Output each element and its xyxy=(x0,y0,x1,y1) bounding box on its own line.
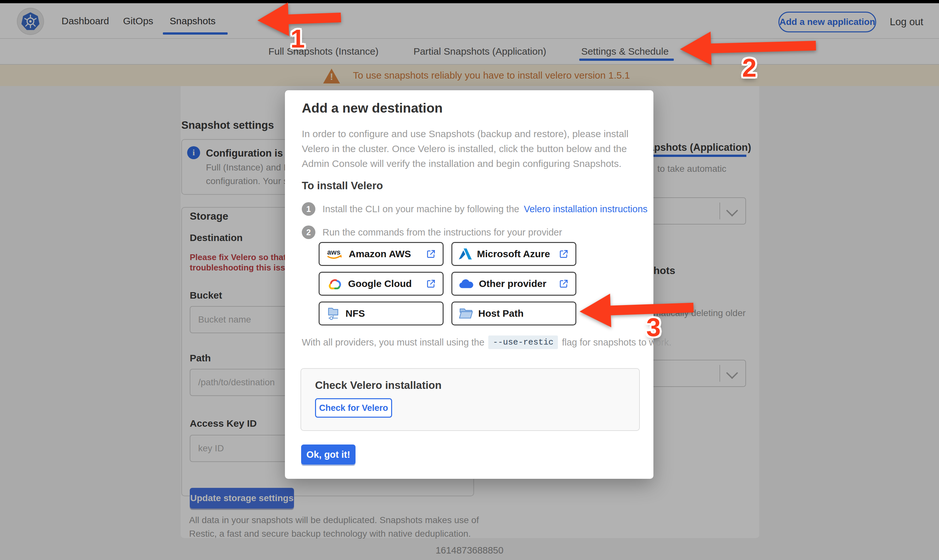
arrow-head xyxy=(257,3,289,37)
modal-body-text: In order to configure and use Snapshots … xyxy=(302,128,629,139)
add-destination-modal: Add a new destination In order to config… xyxy=(285,90,654,479)
arrow-shaft xyxy=(288,12,341,24)
folder-icon xyxy=(459,307,473,320)
provider-label: Google Cloud xyxy=(348,278,412,289)
ok-got-it-button[interactable]: Ok, got it! xyxy=(301,445,356,465)
external-link-icon xyxy=(426,278,436,289)
cloud-icon xyxy=(459,278,474,289)
modal-title: Add a new destination xyxy=(302,101,443,116)
step-number-badge: 1 xyxy=(302,202,315,216)
admin-console-screen: Dashboard GitOps Snapshots Add a new app… xyxy=(0,0,939,560)
arrow-head xyxy=(680,32,712,66)
external-link-icon xyxy=(426,249,436,259)
annotation-arrow-3 xyxy=(579,291,694,328)
provider-button-aws[interactable]: aws Amazon AWS xyxy=(319,242,444,266)
provider-button-nfs[interactable]: NFS xyxy=(319,302,444,325)
modal-body-text: Admin Console will verify the installati… xyxy=(302,158,621,169)
nfs-folder-icon xyxy=(326,306,340,321)
check-for-velero-button[interactable]: Check for Velero xyxy=(315,398,392,418)
check-velero-heading: Check Velero installation xyxy=(315,379,442,391)
provider-label: NFS xyxy=(345,308,365,319)
provider-button-host-path[interactable]: Host Path xyxy=(451,302,577,325)
step-text: Install the CLI on your machine by follo… xyxy=(322,204,520,214)
provider-button-google-cloud[interactable]: Google Cloud xyxy=(319,272,444,296)
azure-icon xyxy=(459,248,472,260)
annotation-number-2: 2 xyxy=(742,55,757,81)
modal-body-text: Velero in the cluster. Once Velero is in… xyxy=(302,143,627,154)
use-restic-flag-chip: --use-restic xyxy=(488,335,558,349)
annotation-number-3: 3 xyxy=(646,314,661,340)
restic-note: With all providers, you must install usi… xyxy=(302,335,672,349)
svg-text:aws: aws xyxy=(327,248,341,256)
step-text: Run the commands from the instructions f… xyxy=(322,227,562,238)
provider-label: Amazon AWS xyxy=(349,248,411,260)
install-step-2: 2 Run the commands from the instructions… xyxy=(302,226,562,239)
google-cloud-icon xyxy=(326,277,343,291)
provider-label: Other provider xyxy=(479,278,546,289)
restic-note-prefix: With all providers, you must install usi… xyxy=(302,337,484,348)
arrow-head xyxy=(579,294,611,328)
arrow-shaft xyxy=(711,41,816,53)
external-link-icon xyxy=(558,249,569,259)
install-velero-heading: To install Velero xyxy=(302,180,383,192)
provider-label: Host Path xyxy=(478,308,524,319)
provider-label: Microsoft Azure xyxy=(477,248,550,260)
step-number-badge: 2 xyxy=(302,226,315,239)
external-link-icon xyxy=(558,278,569,289)
provider-button-other[interactable]: Other provider xyxy=(451,272,577,296)
install-step-1: 1 Install the CLI on your machine by fol… xyxy=(302,202,648,216)
aws-icon: aws xyxy=(326,248,344,260)
velero-instructions-link[interactable]: Velero installation instructions xyxy=(524,204,648,214)
annotation-number-1: 1 xyxy=(290,26,305,52)
provider-button-azure[interactable]: Microsoft Azure xyxy=(451,242,577,266)
